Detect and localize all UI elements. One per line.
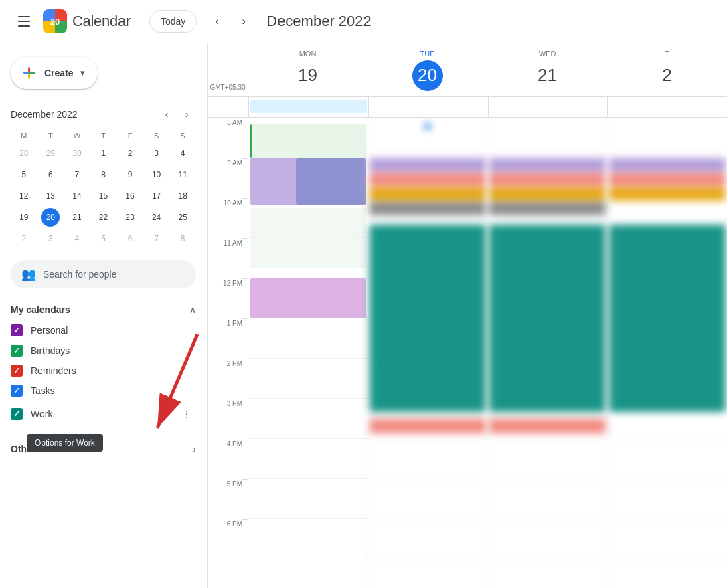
calendar-checkbox-birthdays[interactable] <box>11 345 23 357</box>
mini-cal-day[interactable]: 10 <box>143 164 170 185</box>
day-num-19: 19 <box>293 60 323 91</box>
day-header-tue20[interactable]: TUE 20 <box>368 43 487 96</box>
day-header-thu22[interactable]: T 2 <box>607 43 727 96</box>
calendar-checkbox-personal[interactable] <box>11 324 23 336</box>
other-calendars-header[interactable]: Other calendars › <box>0 438 207 460</box>
work-calendar-close-button[interactable]: × <box>156 405 175 423</box>
other-calendars-title: Other calendars <box>11 444 82 454</box>
mini-cal-nav: ‹ › <box>157 105 196 124</box>
calendar-item-birthdays[interactable]: Birthdays <box>0 340 207 361</box>
today-button[interactable]: Today <box>149 10 197 33</box>
mini-cal-day[interactable]: 20 <box>37 207 64 228</box>
mini-cal-day[interactable]: 1 <box>90 142 117 164</box>
event-mon-green[interactable] <box>250 124 366 158</box>
time-3pm: 3 PM <box>208 399 248 439</box>
mini-cal-day[interactable]: 4 <box>169 142 196 164</box>
create-button[interactable]: Create ▾ <box>11 57 98 89</box>
mini-cal-day[interactable]: 5 <box>11 164 37 185</box>
mini-cal-day[interactable]: 22 <box>90 207 117 228</box>
calendar-item-reminders[interactable]: Reminders <box>0 361 207 381</box>
mini-cal-next-button[interactable]: › <box>177 105 196 124</box>
event-mon-multi[interactable] <box>250 208 366 268</box>
my-calendars-section: My calendars ∧ Personal Birthdays Remind… <box>0 294 207 433</box>
mini-cal-day[interactable]: 18 <box>169 185 196 207</box>
mini-cal-day[interactable]: 14 <box>64 185 90 207</box>
mini-cal-day[interactable]: 7 <box>64 164 90 185</box>
search-people-button[interactable]: 👥 Search for people <box>11 260 196 288</box>
mini-cal-day[interactable]: 16 <box>116 185 143 207</box>
create-button-label: Create <box>44 68 74 78</box>
event-mon-purple2[interactable] <box>250 278 366 318</box>
day-header-thu: T <box>90 129 117 142</box>
logo-icon: 20 <box>43 9 67 33</box>
day-col-thu[interactable] <box>607 118 727 588</box>
time-2pm: 2 PM <box>208 359 248 399</box>
my-calendars-header[interactable]: My calendars ∧ <box>0 299 207 320</box>
day-col-wed[interactable] <box>487 118 607 588</box>
mini-cal-day[interactable]: 28 <box>11 142 37 164</box>
mini-cal-day[interactable]: 8 <box>90 164 117 185</box>
calendar-item-personal[interactable]: Personal <box>0 320 207 340</box>
mini-cal-day[interactable]: 29 <box>37 142 64 164</box>
mini-cal-day[interactable]: 2 <box>11 228 37 250</box>
app-logo: 20 Calendar <box>43 9 131 33</box>
days-columns <box>248 118 727 588</box>
my-calendars-chevron-icon: ∧ <box>189 304 196 315</box>
time-column: 8 AM 9 AM 10 AM 11 AM 12 PM 1 PM 2 PM 3 … <box>208 118 248 588</box>
day-col-mon[interactable] <box>248 118 368 588</box>
calendar-checkbox-work[interactable] <box>11 408 23 420</box>
mini-cal-prev-button[interactable]: ‹ <box>157 105 176 124</box>
mini-cal-day[interactable]: 4 <box>64 228 90 250</box>
mini-cal-day[interactable]: 3 <box>143 142 170 164</box>
mini-cal-day[interactable]: 13 <box>37 185 64 207</box>
create-button-wrap: Create ▾ <box>0 52 207 100</box>
calendar-item-work[interactable]: Work × ⋮ Options for Work <box>0 401 207 427</box>
people-icon: 👥 <box>21 267 36 282</box>
mini-cal-day[interactable]: 5 <box>90 228 117 250</box>
mini-cal-day[interactable]: 19 <box>11 207 37 228</box>
my-calendars-title: My calendars <box>11 304 70 315</box>
plus-icon <box>21 65 37 81</box>
day-header-mon19[interactable]: MON 19 <box>248 43 368 96</box>
mini-cal-day[interactable]: 21 <box>64 207 90 228</box>
mini-cal-day[interactable]: 15 <box>90 185 117 207</box>
mini-cal-day[interactable]: 9 <box>116 164 143 185</box>
mini-calendar-grid: M T W T F S S 28293012345678910111213141… <box>11 129 196 250</box>
calendar-checkbox-reminders[interactable] <box>11 365 23 377</box>
main-layout: Create ▾ December 2022 ‹ › M T W T <box>0 43 727 588</box>
next-period-button[interactable]: › <box>232 9 256 33</box>
calendar-label-work: Work <box>31 409 148 419</box>
calendar-item-tasks[interactable]: Tasks <box>0 381 207 401</box>
calendar-label-personal: Personal <box>31 325 196 336</box>
mini-cal-day[interactable]: 17 <box>143 185 170 207</box>
all-day-wed <box>488 97 608 117</box>
mini-cal-day[interactable]: 2 <box>116 142 143 164</box>
work-calendar-options-button[interactable]: ⋮ <box>177 405 196 423</box>
mini-cal-day[interactable]: 24 <box>143 207 170 228</box>
mini-cal-day[interactable]: 12 <box>11 185 37 207</box>
mini-cal-day[interactable]: 6 <box>37 164 64 185</box>
calendar-checkbox-tasks[interactable] <box>11 385 23 397</box>
day-header-mon: M <box>11 129 37 142</box>
time-12pm: 12 PM <box>208 278 248 318</box>
time-10am: 10 AM <box>208 198 248 238</box>
mini-cal-day[interactable]: 25 <box>169 207 196 228</box>
calendar-label-tasks: Tasks <box>31 385 196 396</box>
all-day-event-mon[interactable] <box>250 100 367 113</box>
search-people-text: Search for people <box>43 269 117 280</box>
day-name-mon: MON <box>299 50 317 58</box>
event-mon-purple[interactable] <box>296 158 366 205</box>
mini-cal-day[interactable]: 3 <box>37 228 64 250</box>
mini-cal-day[interactable]: 23 <box>116 207 143 228</box>
day-col-tue[interactable] <box>368 118 487 588</box>
day-header-wed21[interactable]: WED 21 <box>487 43 607 96</box>
time-6pm: 6 PM <box>208 519 248 559</box>
prev-period-button[interactable]: ‹ <box>205 9 229 33</box>
mini-cal-day[interactable]: 11 <box>169 164 196 185</box>
mini-cal-day[interactable]: 8 <box>169 228 196 250</box>
mini-cal-day[interactable]: 30 <box>64 142 90 164</box>
menu-button[interactable] <box>11 8 37 35</box>
mini-cal-day[interactable]: 6 <box>116 228 143 250</box>
sidebar: Create ▾ December 2022 ‹ › M T W T <box>0 43 208 588</box>
mini-cal-day[interactable]: 7 <box>143 228 170 250</box>
